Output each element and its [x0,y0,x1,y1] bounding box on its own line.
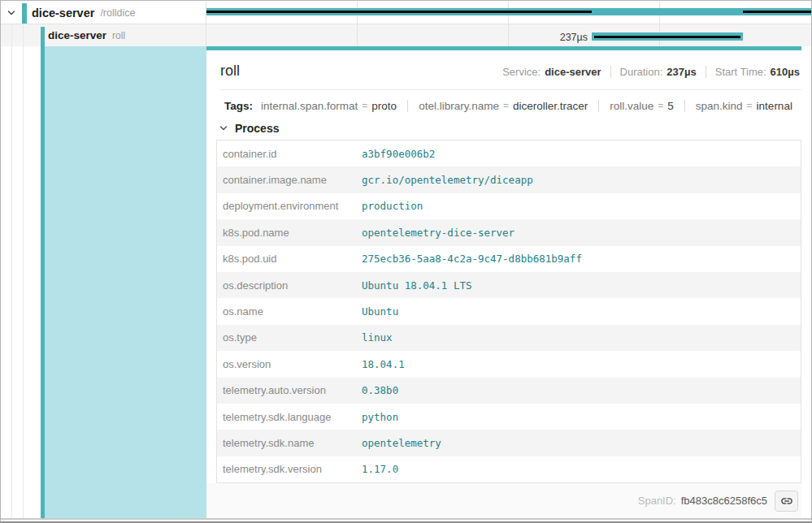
span-meta-item: Duration: 237µs [610,66,697,78]
process-key: telemetry.sdk.name [217,437,362,449]
tag-equals: = [503,100,509,111]
spanid-value: fb483c8c6258f6c5 [681,495,767,507]
process-value: python [362,411,398,423]
process-key: k8s.pod.name [217,227,362,239]
span-meta-item: Start Time: 610µs [706,66,800,78]
span-operation-name: /rolldice [100,7,135,19]
span-row-rolldice[interactable]: dice-server /rolldice [6,2,135,24]
process-key: os.name [217,305,362,318]
process-table-row: telemetry.sdk.name opentelemetry [217,430,801,456]
process-key: os.description [217,279,362,292]
meta-label: Service: [502,66,541,78]
deep-link-button[interactable] [775,491,798,512]
header-divider [220,89,801,90]
process-value: production [362,200,423,212]
tag-summary-item: roll.value = 5 [598,100,674,112]
tag-equals: = [362,100,367,111]
process-key: telemetry.auto.version [217,384,362,396]
process-key: os.version [217,358,362,370]
critical-path-segment [206,11,592,13]
tree-indent-guide [11,24,12,518]
critical-path-segment [743,11,811,13]
process-table-row: os.type linux [217,325,801,351]
process-value: 275ecb36-5aa8-4c2a-9c47-d8bb681b9aff [362,253,582,265]
process-key: deployment.environment [217,200,362,212]
process-value: 1.17.0 [362,463,398,475]
process-value: a3bf90e006b2 [362,148,435,160]
span-service-name: dice-server [32,6,94,19]
tag-equals: = [658,100,663,111]
process-value: 0.38b0 [362,384,398,396]
process-key: container.image.name [217,174,362,186]
meta-label: Start Time: [715,66,766,78]
process-key: telemetry.sdk.language [217,411,362,423]
process-table-row: os.version 18.04.1 [217,351,801,377]
process-value: opentelemetry [362,437,441,449]
critical-path-segment [594,36,740,38]
process-table-row: container.id a3bf90e006b2 [217,140,801,166]
tag-key: otel.library.name [419,100,499,112]
span-detail-panel: roll Service: dice-server Duration: 237µ… [206,46,801,518]
process-table-row: k8s.pod.name opentelemetry-dice-server [217,219,801,245]
span-detail-footer: SpanID: fb483c8c6258f6c5 [206,483,801,518]
process-table-row: container.image.name gcr.io/opentelemetr… [217,166,801,192]
chevron-down-icon [219,123,228,133]
tags-section-label: Tags: [224,100,253,112]
meta-value: dice-server [545,66,601,78]
detail-row-bottom-border [1,518,811,520]
process-section-label: Process [235,122,279,135]
tag-value: 5 [667,100,674,112]
meta-value: 237µs [667,66,696,78]
process-key: telemetry.sdk.version [217,463,362,475]
span-row-roll[interactable]: dice-server roll [48,25,125,45]
process-key: k8s.pod.uid [217,253,362,265]
process-value: 18.04.1 [362,358,405,370]
row-divider [1,24,811,24]
tag-key: span.kind [696,100,743,112]
process-section-toggle[interactable]: Process [219,121,801,136]
span-service-name: dice-server [48,29,106,41]
process-table-row: deployment.environment production [217,193,801,219]
collapse-chevron-icon[interactable] [6,7,17,19]
span-color-accent [22,3,27,24]
link-icon [780,495,793,508]
span-meta-item: Service: dice-server [502,66,601,78]
span-duration-label: 237µs [497,32,588,43]
process-table-row: telemetry.sdk.version 1.17.0 [217,456,801,482]
process-key: os.type [217,331,362,344]
process-value: Ubuntu [362,305,398,318]
span-bar-roll[interactable] [592,32,743,41]
tag-value: proto [371,100,397,112]
trace-timeline-view: dice-server /rolldice dice-server roll 2… [0,0,812,523]
process-key: container.id [217,148,362,160]
process-table-row: telemetry.auto.version 0.38b0 [217,378,801,404]
process-table-row: telemetry.sdk.language python [217,404,801,430]
process-value: Ubuntu 18.04.1 LTS [362,279,471,292]
tags-section-toggle[interactable]: Tags: internal.span.format = proto otel.… [219,97,790,114]
tag-value: diceroller.tracer [513,100,588,112]
process-table-row: k8s.pod.uid 275ecb36-5aa8-4c2a-9c47-d8bb… [217,246,801,272]
process-value: opentelemetry-dice-server [362,227,515,239]
span-detail-header: roll Service: dice-server Duration: 237µ… [220,61,800,81]
tag-key: roll.value [610,100,654,112]
meta-value: 610µs [771,66,800,78]
span-title: roll [220,61,240,81]
process-value: gcr.io/opentelemetry/diceapp [362,174,533,186]
tag-summary-item: otel.library.name = diceroller.tracer [407,100,588,112]
span-operation-name: roll [112,30,125,41]
tag-summary-item: span.kind = internal [684,100,792,112]
spanid-label: SpanID: [638,495,676,507]
selected-span-color-fill [45,46,206,518]
tree-indent-guide [23,24,24,518]
tag-equals: = [747,100,753,111]
process-table-row: os.description Ubuntu 18.04.1 LTS [217,272,801,298]
tag-key: internal.span.format [261,100,358,112]
tag-summary-item: internal.span.format = proto [261,100,397,112]
span-bar-rolldice[interactable] [206,8,811,15]
process-table-row: os.name Ubuntu [217,298,801,324]
process-value: linux [362,331,393,344]
span-meta: Service: dice-server Duration: 237µs Sta… [502,66,800,78]
process-key-value-table: container.id a3bf90e006b2 container.imag… [216,140,801,483]
tag-value: internal [757,100,792,112]
meta-label: Duration: [620,66,663,78]
